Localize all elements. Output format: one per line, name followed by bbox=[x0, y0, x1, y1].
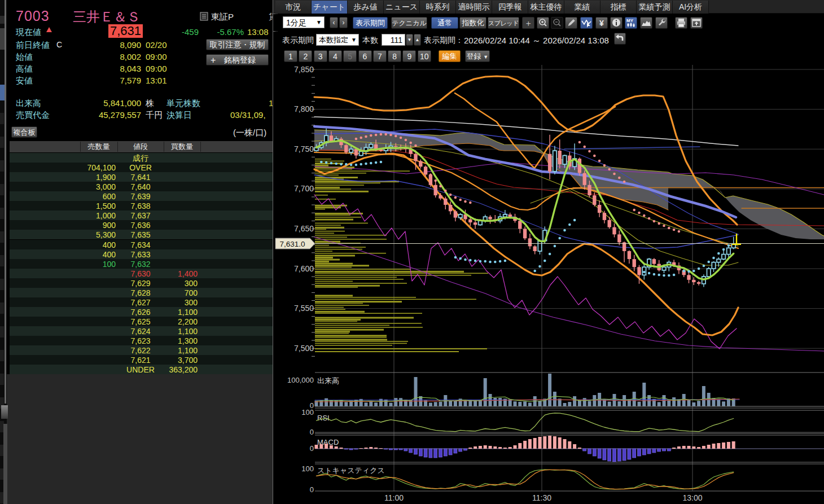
svg-text:0: 0 bbox=[310, 444, 314, 453]
svg-text:100,000: 100,000 bbox=[287, 376, 314, 384]
svg-text:7,650: 7,650 bbox=[294, 224, 314, 233]
svg-text:7,700: 7,700 bbox=[294, 184, 314, 193]
svg-text:100: 100 bbox=[301, 408, 314, 417]
svg-text:7,500: 7,500 bbox=[294, 344, 314, 353]
svg-text:ストキャスティクス: ストキャスティクス bbox=[317, 466, 385, 475]
svg-text:11:30: 11:30 bbox=[532, 493, 551, 502]
svg-text:100: 100 bbox=[301, 464, 314, 473]
svg-text:7,750: 7,750 bbox=[294, 144, 314, 154]
svg-text:出来高: 出来高 bbox=[317, 376, 339, 385]
svg-text:0: 0 bbox=[310, 428, 314, 436]
svg-text:MY: MY bbox=[626, 18, 634, 23]
svg-text:7,550: 7,550 bbox=[294, 304, 314, 313]
svg-text:RSI: RSI bbox=[317, 414, 330, 422]
svg-text:7,600: 7,600 bbox=[294, 264, 314, 273]
svg-text:11:00: 11:00 bbox=[384, 493, 404, 502]
svg-text:7,850: 7,850 bbox=[294, 65, 314, 74]
svg-text:7,631.0: 7,631.0 bbox=[279, 240, 305, 248]
svg-text:7,800: 7,800 bbox=[294, 104, 314, 113]
svg-text:0: 0 bbox=[310, 485, 314, 494]
svg-text:13:00: 13:00 bbox=[682, 493, 702, 502]
